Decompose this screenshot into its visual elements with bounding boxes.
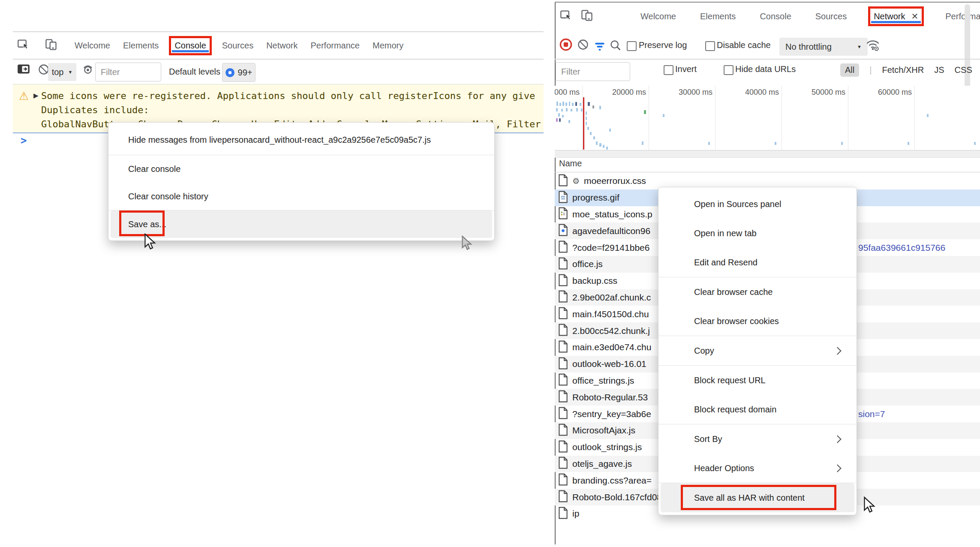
request-activity-dot <box>708 142 710 145</box>
type-filter-js[interactable]: JS <box>934 65 944 75</box>
console-context-menu: Hide messages from livepersonacard_witho… <box>108 122 495 241</box>
hide-data-urls-checkbox[interactable] <box>724 65 733 75</box>
file-icon <box>558 340 568 355</box>
request-activity-dot <box>599 143 601 147</box>
annotation-red-box <box>119 210 165 236</box>
issues-badge[interactable]: 99+ <box>222 63 256 82</box>
image-file-icon <box>558 191 568 205</box>
menu-item-label: Sort By <box>694 434 722 444</box>
menu-item-edit-and-resend[interactable]: Edit and Resend <box>658 248 857 277</box>
menu-item-clear-browser-cookies[interactable]: Clear browser cookies <box>658 307 857 336</box>
menu-item-hide-messages-from-livepersonacard-without-react-a9c2a9256e7e5c09a5c7-js[interactable]: Hide messages from livepersonacard_witho… <box>108 125 494 155</box>
timeline-gridline <box>914 86 915 150</box>
name-column-header[interactable]: Name <box>559 159 582 168</box>
tab-sources[interactable]: Sources <box>813 6 849 27</box>
tab-performance[interactable]: Performance <box>308 35 363 57</box>
issues-icon <box>225 68 234 77</box>
menu-item-label: Hide messages from livepersonacard_witho… <box>128 135 431 145</box>
tab-network[interactable]: Network <box>264 35 300 57</box>
request-activity-dot <box>565 102 567 106</box>
file-icon <box>558 174 568 188</box>
console-prompt[interactable]: > <box>21 135 27 147</box>
tab-console[interactable]: Console <box>757 6 794 27</box>
console-filter-input[interactable] <box>95 63 161 81</box>
menu-item-label: Block request URL <box>694 376 766 385</box>
tab-welcome[interactable]: Welcome <box>638 6 679 27</box>
left-tabbar-divider <box>13 59 544 60</box>
tab-label: Sources <box>815 12 847 21</box>
menu-item-save-all-as-har-with-content[interactable]: Save all as HAR with content <box>661 483 854 512</box>
tab-label: Memory <box>373 41 403 51</box>
tab-performance[interactable]: Performance <box>943 6 980 27</box>
submenu-chevron-icon <box>833 464 841 472</box>
type-filter-fetchxhr[interactable]: Fetch/XHR <box>882 65 924 75</box>
request-activity-dot <box>556 102 558 106</box>
clear-network-log-icon[interactable] <box>577 39 589 52</box>
submenu-chevron-icon <box>833 435 841 443</box>
tab-label: Console <box>760 12 791 21</box>
menu-item-copy[interactable]: Copy <box>658 336 857 365</box>
menu-item-open-in-new-tab[interactable]: Open in new tab <box>658 219 857 248</box>
request-activity-dot <box>581 108 583 111</box>
filter-icon[interactable] <box>594 41 605 53</box>
request-activity-dot <box>556 108 558 111</box>
request-url-tail: sion=7 <box>858 409 885 419</box>
file-icon <box>558 307 568 321</box>
preserve-log-checkbox[interactable] <box>627 41 637 51</box>
gear-icon: ⚙ <box>572 176 580 186</box>
submenu-chevron-icon <box>833 347 841 355</box>
tab-network[interactable]: Network✕ <box>868 6 924 26</box>
context-selector[interactable]: top ▼ <box>48 63 76 81</box>
console-sidebar-icon[interactable] <box>17 63 30 76</box>
menu-item-block-request-domain[interactable]: Block request domain <box>658 395 857 424</box>
request-name: agavedefaulticon96 <box>572 226 650 236</box>
request-name: main.f450150d.chu <box>572 309 649 319</box>
network-overview-timeline[interactable]: 10000 ms20000 ms30000 ms40000 ms50000 ms… <box>555 86 980 150</box>
record-network-log-icon[interactable] <box>559 38 573 53</box>
device-toolbar-icon[interactable] <box>45 39 57 52</box>
tab-memory[interactable]: Memory <box>370 35 406 57</box>
network-conditions-icon[interactable] <box>866 39 880 53</box>
tab-sources[interactable]: Sources <box>219 35 256 57</box>
request-activity-dot <box>562 102 564 106</box>
request-activity-dot <box>592 105 594 108</box>
menu-item-sort-by[interactable]: Sort By <box>658 424 857 454</box>
tab-console[interactable]: Console <box>169 36 211 55</box>
type-filter-all[interactable]: All <box>840 63 859 77</box>
request-activity-dot <box>927 114 929 117</box>
log-levels-dropdown[interactable]: Default levels ▼ <box>169 67 230 77</box>
disable-cache-checkbox[interactable] <box>705 41 715 51</box>
menu-item-open-in-sources-panel[interactable]: Open in Sources panel <box>658 189 857 219</box>
search-icon[interactable] <box>610 39 622 53</box>
live-expression-eye-icon[interactable] <box>81 63 94 77</box>
tab-elements[interactable]: Elements <box>697 6 738 27</box>
menu-item-clear-console[interactable]: Clear console <box>108 155 494 183</box>
request-name: office.js <box>572 259 603 269</box>
device-toolbar-icon[interactable] <box>580 9 593 23</box>
menu-item-clear-console-history[interactable]: Clear console history <box>108 183 494 210</box>
invert-checkbox[interactable] <box>664 65 673 75</box>
request-type-filters: All|Fetch/XHRJSCSS <box>840 63 972 77</box>
tab-welcome[interactable]: Welcome <box>72 35 113 57</box>
menu-item-clear-browser-cache[interactable]: Clear browser cache <box>658 277 857 307</box>
menu-item-header-options[interactable]: Header Options <box>658 454 857 483</box>
request-activity-dot <box>559 103 561 106</box>
file-icon <box>558 274 568 288</box>
request-name: ?code=f29141bbe6 <box>572 243 649 253</box>
inspect-icon[interactable] <box>560 9 573 23</box>
request-name: office_strings.js <box>572 376 634 386</box>
tab-elements[interactable]: Elements <box>120 35 161 57</box>
close-tab-icon[interactable]: ✕ <box>911 11 919 21</box>
expand-triangle-icon[interactable]: ▶ <box>33 92 39 99</box>
network-filter-input[interactable] <box>556 62 630 81</box>
request-activity-dot <box>556 118 558 122</box>
request-activity-dot <box>606 147 608 150</box>
timeline-scroll-strip[interactable] <box>555 150 980 158</box>
request-activity-dot <box>642 141 643 145</box>
menu-item-block-request-url[interactable]: Block request URL <box>658 366 857 395</box>
throttling-dropdown[interactable]: No throttling ▼ <box>779 38 868 56</box>
type-filter-css[interactable]: CSS <box>955 65 972 75</box>
inspect-icon[interactable] <box>17 39 30 52</box>
menu-item-save-as[interactable]: Save as... <box>111 210 492 238</box>
request-activity-dot <box>580 103 581 106</box>
